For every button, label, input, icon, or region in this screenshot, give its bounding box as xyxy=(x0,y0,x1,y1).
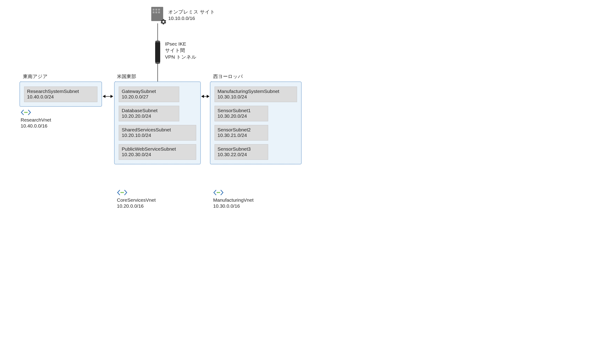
subnet-box: SensorSubnet3 10.30.22.0/24 xyxy=(215,144,268,160)
vpn-tunnel-icon xyxy=(155,41,160,63)
subnet-name: SensorSubnet3 xyxy=(217,146,265,152)
subnet-name: DatabaseSubnet xyxy=(122,108,176,113)
svg-point-0 xyxy=(24,112,25,113)
subnet-box: SensorSubnet2 10.30.21.0/24 xyxy=(215,125,268,141)
vpn-label: IPsec IKE サイト間 VPN トンネル xyxy=(165,41,197,60)
vnet-cidr: 10.30.0.0/16 xyxy=(213,203,253,209)
vnet-research: ResearchSystemSubnet 10.40.0.0/24 xyxy=(19,82,102,107)
vnet-name: CoreServicesVnet xyxy=(117,197,156,203)
subnet-cidr: 10.30.20.0/24 xyxy=(217,113,265,119)
subnet-name: GatewaySubnet xyxy=(122,89,176,94)
vnet-icon xyxy=(117,189,127,196)
svg-point-8 xyxy=(219,192,220,193)
vnet-coreservices: GatewaySubnet 10.20.0.0/27 DatabaseSubne… xyxy=(114,82,201,164)
subnet-cidr: 10.20.30.0/24 xyxy=(122,152,193,157)
subnet-box: GatewaySubnet 10.20.0.0/27 xyxy=(119,87,179,102)
subnet-name: PublicWebServiceSubnet xyxy=(122,146,193,152)
vnet-manufacturing: ManufacturingSystemSubnet 10.30.10.0/24 … xyxy=(210,82,302,164)
onprem-title: オンプレミス サイト xyxy=(168,9,215,15)
subnet-cidr: 10.30.22.0/24 xyxy=(217,152,265,157)
subnet-box: ManufacturingSystemSubnet 10.30.10.0/24 xyxy=(215,87,297,102)
vnet-name: ResearchVnet xyxy=(21,117,51,123)
subnet-name: ManufacturingSystemSubnet xyxy=(217,89,294,94)
svg-point-6 xyxy=(217,192,218,193)
network-topology-diagram: オンプレミス サイト 10.10.0.0/16 IPsec IKE サイト間 V… xyxy=(7,7,341,222)
subnet-name: ResearchSystemSubnet xyxy=(27,89,94,94)
onprem-site: オンプレミス サイト 10.10.0.0/16 xyxy=(151,7,215,23)
subnet-cidr: 10.20.0.0/27 xyxy=(122,94,176,100)
vnet-cidr: 10.40.0.0/16 xyxy=(21,123,51,129)
subnet-name: SensorSubnet2 xyxy=(217,127,265,133)
subnet-cidr: 10.30.10.0/24 xyxy=(217,94,294,100)
subnet-cidr: 10.40.0.0/24 xyxy=(27,94,94,100)
subnet-box: PublicWebServiceSubnet 10.20.30.0/24 xyxy=(119,144,196,160)
subnet-box: ResearchSystemSubnet 10.40.0.0/24 xyxy=(24,87,97,102)
peering-arrow-icon xyxy=(103,96,113,97)
onprem-cidr: 10.10.0.0/16 xyxy=(168,15,215,21)
vpn-line1: IPsec IKE xyxy=(165,41,197,47)
vnet-footer-coreservices: CoreServicesVnet 10.20.0.0/16 xyxy=(117,189,156,209)
vpn-line3: VPN トンネル xyxy=(165,54,197,60)
subnet-cidr: 10.30.21.0/24 xyxy=(217,133,265,138)
subnet-box: SharedServicesSubnet 10.20.10.0/24 xyxy=(119,125,196,141)
svg-point-5 xyxy=(123,192,124,193)
server-icon xyxy=(151,7,165,23)
svg-point-7 xyxy=(218,192,219,193)
vnet-icon xyxy=(213,189,224,196)
gear-icon xyxy=(160,19,166,25)
subnet-name: SharedServicesSubnet xyxy=(122,127,193,133)
vpn-line2: サイト間 xyxy=(165,47,197,54)
region-label-eus: 米国東部 xyxy=(117,73,136,80)
peering-arrow-icon xyxy=(202,96,209,97)
connector-line xyxy=(158,23,158,41)
svg-point-1 xyxy=(25,112,27,113)
vnet-icon xyxy=(21,109,31,116)
svg-point-2 xyxy=(27,112,28,113)
svg-point-4 xyxy=(122,192,123,193)
svg-point-3 xyxy=(121,192,122,193)
subnet-box: SensorSubnet1 10.30.20.0/24 xyxy=(215,106,268,121)
region-label-sea: 東南アジア xyxy=(23,73,48,80)
subnet-box: DatabaseSubnet 10.20.20.0/24 xyxy=(119,106,179,121)
vnet-cidr: 10.20.0.0/16 xyxy=(117,203,156,209)
vnet-footer-research: ResearchVnet 10.40.0.0/16 xyxy=(21,109,51,129)
subnet-cidr: 10.20.10.0/24 xyxy=(122,133,193,138)
connector-line xyxy=(158,63,158,82)
subnet-cidr: 10.20.20.0/24 xyxy=(122,113,176,119)
subnet-name: SensorSubnet1 xyxy=(217,108,265,113)
region-label-weu: 西ヨーロッパ xyxy=(213,73,243,80)
vnet-footer-manufacturing: ManufacturingVnet 10.30.0.0/16 xyxy=(213,189,253,209)
vnet-name: ManufacturingVnet xyxy=(213,197,253,203)
